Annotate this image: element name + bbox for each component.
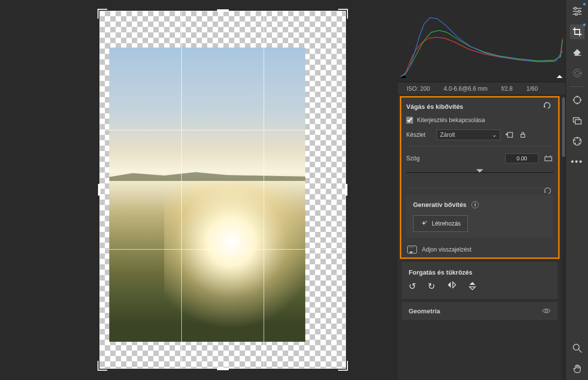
crop-panel-title: Vágás és kibővítés bbox=[406, 103, 463, 110]
svg-point-23 bbox=[574, 140, 575, 141]
editing-canvas bbox=[0, 0, 398, 380]
adjustments-icon[interactable] bbox=[570, 4, 585, 19]
crop-handle-right[interactable] bbox=[345, 184, 347, 196]
preset-select[interactable]: Zárolt ⌄ bbox=[437, 129, 500, 140]
image-content bbox=[109, 48, 305, 342]
crop-handle-br[interactable] bbox=[338, 361, 348, 371]
svg-rect-1 bbox=[521, 134, 525, 137]
exif-bar: ISO: 200 4.0-6.6@6.6 mm f/2.8 1/60 bbox=[398, 82, 565, 95]
svg-point-4 bbox=[550, 155, 551, 156]
svg-point-24 bbox=[573, 344, 579, 350]
extension-toggle[interactable]: Kiterjesztés bekapcsolása bbox=[406, 117, 553, 124]
generate-button[interactable]: Létrehozás bbox=[413, 215, 468, 232]
angle-slider[interactable] bbox=[406, 169, 553, 176]
preset-label: Készlet bbox=[406, 131, 433, 138]
svg-rect-0 bbox=[508, 132, 513, 137]
extension-label: Kiterjesztés bekapcsolása bbox=[417, 117, 485, 124]
rotate-mirror-panel: Forgatás és tükrözés ↺ ↻ bbox=[402, 262, 558, 299]
svg-point-10 bbox=[575, 71, 579, 75]
eraser-tool-icon[interactable] bbox=[570, 45, 585, 60]
more-icon[interactable]: ••• bbox=[570, 154, 585, 169]
svg-line-25 bbox=[579, 350, 582, 353]
eye-icon[interactable] bbox=[542, 307, 551, 315]
svg-rect-2 bbox=[545, 157, 552, 161]
crop-handle-bottom[interactable] bbox=[217, 368, 229, 370]
angle-input[interactable]: 0.00 bbox=[505, 153, 539, 163]
hand-tool-icon[interactable] bbox=[570, 361, 585, 376]
eyedropper-icon[interactable] bbox=[570, 93, 585, 107]
gen-undo-button[interactable] bbox=[544, 188, 553, 196]
svg-rect-17 bbox=[575, 120, 581, 124]
right-panel: ISO: 200 4.0-6.6@6.6 mm f/2.8 1/60 ▴ Vág… bbox=[398, 0, 565, 380]
gen-title: Generatív bővítés bbox=[413, 201, 466, 208]
reset-panel-button[interactable] bbox=[542, 102, 553, 111]
svg-point-21 bbox=[578, 143, 580, 144]
zoom-icon[interactable] bbox=[570, 341, 585, 355]
svg-point-3 bbox=[546, 155, 547, 156]
svg-point-5 bbox=[545, 310, 548, 312]
geometry-panel-header[interactable]: Geometria bbox=[402, 302, 558, 320]
exif-shutter: 1/60 bbox=[526, 85, 538, 92]
svg-point-7 bbox=[578, 10, 580, 12]
crop-extend-panel: Vágás és kibővítés Kiterjesztés bekapcso… bbox=[400, 96, 560, 259]
angle-label: Szög bbox=[406, 155, 419, 162]
crop-handle-tr[interactable] bbox=[338, 9, 348, 19]
layers-icon[interactable] bbox=[570, 113, 585, 128]
right-toolbar: ••• bbox=[565, 0, 588, 380]
feedback-label: Adjon visszajelzést bbox=[422, 246, 471, 253]
aspect-swap-button[interactable] bbox=[504, 130, 514, 140]
flip-horizontal-button[interactable] bbox=[447, 281, 457, 293]
lock-icon[interactable] bbox=[518, 130, 528, 140]
geometry-title: Geometria bbox=[409, 307, 440, 315]
extension-checkbox[interactable] bbox=[406, 117, 413, 124]
generative-extend-section: Generatív bővítés i Létrehozás bbox=[406, 195, 553, 238]
crop-handle-top[interactable] bbox=[217, 9, 229, 12]
svg-point-6 bbox=[574, 7, 576, 9]
color-picker-icon[interactable] bbox=[570, 134, 585, 149]
crop-handle-bl[interactable] bbox=[98, 361, 107, 371]
feedback-link[interactable]: Adjon visszajelzést bbox=[406, 245, 553, 254]
chevron-down-icon: ⌄ bbox=[492, 131, 497, 138]
svg-point-22 bbox=[574, 143, 576, 144]
chat-icon bbox=[407, 246, 417, 253]
svg-point-11 bbox=[574, 97, 581, 103]
svg-point-9 bbox=[573, 69, 581, 77]
svg-point-8 bbox=[575, 13, 577, 15]
preset-value: Zárolt bbox=[440, 131, 455, 138]
crop-tool-icon[interactable] bbox=[570, 25, 585, 39]
panel-scrollbar[interactable]: ▴ bbox=[562, 95, 565, 380]
svg-point-19 bbox=[576, 138, 578, 139]
exif-aperture: f/2.8 bbox=[501, 85, 513, 92]
svg-point-20 bbox=[579, 140, 580, 141]
info-icon[interactable]: i bbox=[471, 201, 479, 208]
exif-iso: ISO: 200 bbox=[407, 85, 430, 92]
rotate-right-button[interactable]: ↻ bbox=[428, 281, 435, 293]
rotate-title: Forgatás és tükrözés bbox=[409, 269, 472, 276]
crop-handle-left[interactable] bbox=[98, 184, 100, 196]
rotate-left-button[interactable]: ↺ bbox=[409, 281, 416, 293]
histogram[interactable] bbox=[398, 0, 565, 82]
auto-straighten-button[interactable] bbox=[543, 153, 553, 163]
generate-button-label: Létrehozás bbox=[432, 220, 461, 227]
crop-frame[interactable] bbox=[99, 11, 346, 369]
sparkle-icon bbox=[420, 220, 428, 228]
radial-filter-icon[interactable] bbox=[570, 66, 585, 80]
exif-focal: 4.0-6.6@6.6 mm bbox=[443, 85, 488, 92]
crop-handle-tl[interactable] bbox=[98, 9, 107, 19]
scrollbar-thumb[interactable] bbox=[562, 98, 565, 157]
flip-vertical-button[interactable] bbox=[468, 281, 476, 293]
